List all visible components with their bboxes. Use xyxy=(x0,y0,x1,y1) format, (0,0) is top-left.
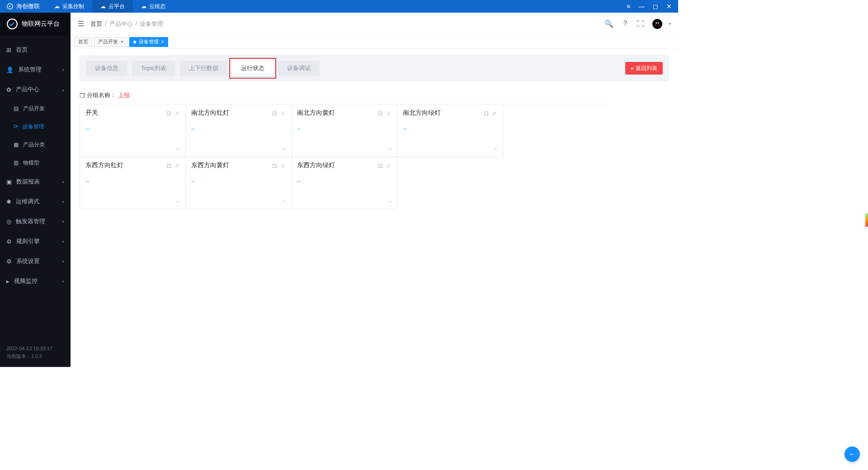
card-title: 东西方向绿灯 xyxy=(297,161,335,169)
search-icon[interactable]: 🔍 xyxy=(604,19,613,28)
chart-icon[interactable]: ⫽ xyxy=(386,162,392,169)
chevron-down-icon: ▾ xyxy=(62,239,64,244)
sidebar-item-video[interactable]: ▸ 视频监控 ▾ xyxy=(0,271,71,291)
inner-tabs: 设备信息 Topic列表 上下行数据 运行状态 设备调试 xyxy=(86,61,320,76)
avatar[interactable] xyxy=(652,19,662,29)
pagetab-home[interactable]: 首页 xyxy=(74,37,92,47)
sidebar-item-sysmgr[interactable]: 👤 系统管理 ▾ xyxy=(0,60,71,80)
help-icon[interactable]: ？ xyxy=(622,19,629,28)
card-title: 开关 xyxy=(85,109,98,117)
card-footer: -- xyxy=(191,146,286,152)
window-controls: ≡ — ◻ ✕ xyxy=(627,3,678,10)
fullscreen-icon[interactable]: ⛶ xyxy=(637,20,644,28)
brand-text: 海创微联 xyxy=(16,2,40,10)
svg-rect-6 xyxy=(656,24,656,26)
subitem-device-mgr[interactable]: ⟳ 设备管理 xyxy=(14,118,71,136)
sidebar-item-home[interactable]: ⊞ 首页 xyxy=(0,40,71,60)
pagetab-product-dev[interactable]: 产品开发 × xyxy=(94,37,127,47)
user-icon: 👤 xyxy=(6,66,14,73)
tab-device-debug[interactable]: 设备调试 xyxy=(278,61,320,76)
image-icon[interactable]: ⊡ xyxy=(484,110,489,117)
menu-icon[interactable]: ≡ xyxy=(627,3,630,10)
refresh-icon: ⟳ xyxy=(14,123,18,130)
sidebar-item-report[interactable]: ▣ 数据报表 ▾ xyxy=(0,172,71,192)
image-icon[interactable]: ⊡ xyxy=(272,110,277,117)
svg-rect-7 xyxy=(658,24,659,26)
svg-point-4 xyxy=(656,22,657,24)
sidebar-item-product[interactable]: ✿ 产品中心 ▴ xyxy=(0,80,71,99)
image-icon[interactable]: ⊡ xyxy=(166,162,171,169)
toptab-cloud[interactable]: ☁ 云平台 xyxy=(92,0,133,13)
toptab-scada[interactable]: ☁ 云组态 xyxy=(133,0,174,13)
card-value: -- xyxy=(297,178,392,184)
tab-updown-data[interactable]: 上下行数据 xyxy=(180,61,227,76)
tab-device-info[interactable]: 设备信息 xyxy=(86,61,127,76)
svg-point-3 xyxy=(654,24,660,28)
chevron-down-icon: ▾ xyxy=(62,179,64,184)
close-icon[interactable]: × xyxy=(161,39,164,44)
subitem-model[interactable]: ▥ 物模型 xyxy=(14,154,71,172)
top-tabs: ☁ 采集控制 ☁ 云平台 ☁ 云组态 xyxy=(46,0,174,13)
chevron-down-icon: ▾ xyxy=(62,279,64,284)
status-card: 东西方向红灯⊡⫽---- xyxy=(80,157,186,209)
back-list-button[interactable]: « 返回列表 xyxy=(625,62,663,75)
wrench-icon: ✱ xyxy=(6,198,11,205)
chart-icon[interactable]: ⫽ xyxy=(174,110,180,117)
subitem-product-dev[interactable]: ▤ 产品开发 xyxy=(14,99,71,118)
tab-run-status[interactable]: 运行状态 xyxy=(232,61,274,76)
status-card: 南北方向绿灯⊡⫽---- xyxy=(397,104,503,157)
chart-icon[interactable]: ⫽ xyxy=(491,110,497,117)
minimize-icon[interactable]: — xyxy=(638,3,645,10)
page-tabs: 首页 产品开发 × 设备管理 × xyxy=(71,35,678,49)
toptab-collect[interactable]: ☁ 采集控制 xyxy=(46,0,92,13)
camera-icon: ▸ xyxy=(6,278,9,285)
crumb-home[interactable]: 首页 xyxy=(90,20,102,28)
card-footer: -- xyxy=(403,146,497,152)
card-footer: -- xyxy=(297,146,392,152)
chart-icon[interactable]: ⫽ xyxy=(280,162,286,169)
sidebar-item-trigger[interactable]: ◎ 触发器管理 ▾ xyxy=(0,212,71,231)
sidebar-item-settings[interactable]: ⚙ 系统设置 ▾ xyxy=(0,251,71,271)
status-card: 南北方向黄灯⊡⫽---- xyxy=(292,104,397,157)
svg-point-5 xyxy=(658,22,659,24)
chart-icon[interactable]: ⫽ xyxy=(174,162,180,169)
pagetab-device-mgr[interactable]: 设备管理 × xyxy=(129,37,168,47)
cards-grid: 开关⊡⫽----南北方向红灯⊡⫽----南北方向黄灯⊡⫽----南北方向绿灯⊡⫽… xyxy=(80,104,609,209)
caret-down-icon[interactable]: ▾ xyxy=(669,21,671,26)
chart-icon[interactable]: ⫽ xyxy=(386,110,392,117)
chevron-up-icon: ▴ xyxy=(62,87,64,92)
card-footer: -- xyxy=(85,146,180,152)
topbar: ☰ 首页 / 产品中心 / 设备管理 🔍 ？ ⛶ ▾ xyxy=(71,13,678,35)
rule-icon: ⚙ xyxy=(6,238,12,245)
back-icon: « xyxy=(631,65,634,71)
chevron-down-icon: ▾ xyxy=(62,199,64,204)
cog-icon: ⚙ xyxy=(6,258,12,265)
subitem-product-cat[interactable]: ▦ 产品分类 xyxy=(14,136,71,154)
brand-logo-icon xyxy=(6,3,14,10)
topbar-right: 🔍 ？ ⛶ ▾ xyxy=(604,19,671,29)
card-value: -- xyxy=(191,178,286,184)
sidebar-item-rules[interactable]: ⚙ 规则引擎 ▾ xyxy=(0,231,71,251)
card-title: 南北方向绿灯 xyxy=(403,109,441,117)
maximize-icon[interactable]: ◻ xyxy=(653,3,658,10)
chart-icon[interactable]: ⫽ xyxy=(280,110,286,117)
sidebar-footer: 2022-04-13 15:33:17 当前版本：1.0.5 xyxy=(0,340,71,367)
sidebar-item-ops[interactable]: ✱ 运维调式 ▾ xyxy=(0,192,71,212)
image-icon[interactable]: ⊡ xyxy=(272,162,277,169)
list-icon: ▤ xyxy=(14,105,19,112)
tab-topic-list[interactable]: Topic列表 xyxy=(132,61,175,76)
card-value: -- xyxy=(297,125,392,132)
grid-icon: ▦ xyxy=(14,141,19,148)
crumb-device: 设备管理 xyxy=(140,20,163,28)
image-icon[interactable]: ⊡ xyxy=(378,110,383,117)
close-icon[interactable]: × xyxy=(121,39,123,44)
card-value: -- xyxy=(85,178,180,184)
platform-logo-icon xyxy=(6,18,18,30)
status-card: 东西方向黄灯⊡⫽---- xyxy=(186,157,292,209)
close-icon[interactable]: ✕ xyxy=(666,3,672,10)
image-icon[interactable]: ⊡ xyxy=(166,110,171,117)
collapse-icon[interactable]: ☰ xyxy=(78,19,84,28)
titlebar: 海创微联 ☁ 采集控制 ☁ 云平台 ☁ 云组态 ≡ — ◻ ✕ xyxy=(0,0,678,13)
status-card: 开关⊡⫽---- xyxy=(80,104,186,157)
image-icon[interactable]: ⊡ xyxy=(378,162,383,169)
